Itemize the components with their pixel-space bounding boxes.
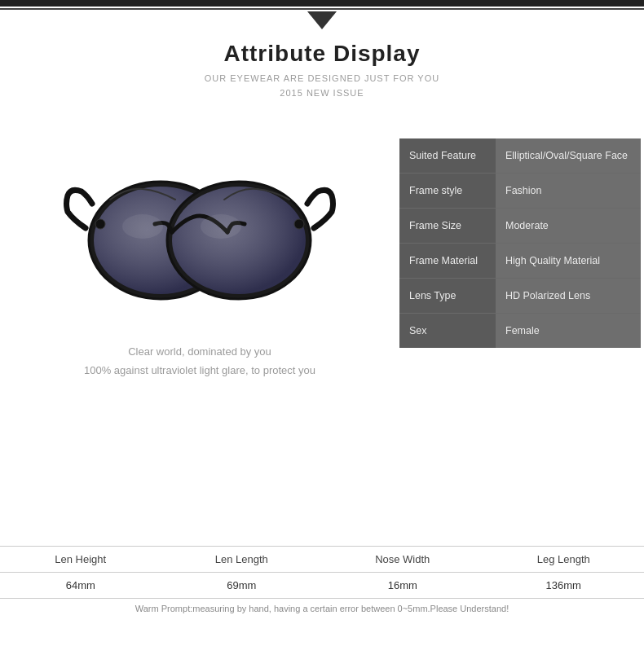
svg-point-4 (95, 219, 105, 229)
measurements-section: Len Height Len Length Nose Width Leg Len… (0, 546, 644, 613)
attr-label: Frame Size (399, 209, 496, 244)
page-title: Attribute Display (0, 41, 644, 67)
measurements-values: 64mm 69mm 16mm 136mm (0, 573, 644, 599)
attr-label: Frame Material (399, 244, 496, 279)
value-len-length: 69mm (161, 579, 323, 591)
table-row: Frame SizeModerate (399, 209, 641, 244)
sunglasses-image (61, 147, 338, 326)
subtitle-line2: 2015 NEW ISSUE (280, 88, 364, 98)
caption-line1: Clear world, dominated by you (84, 342, 315, 361)
header-len-height: Len Height (0, 553, 161, 565)
value-leg-length: 136mm (483, 579, 645, 591)
attr-label: Frame style (399, 174, 496, 209)
header-len-length: Len Length (161, 553, 323, 565)
main-content: Clear world, dominated by you 100% again… (0, 138, 644, 380)
measurements-header: Len Height Len Length Nose Width Leg Len… (0, 546, 644, 573)
svg-point-6 (122, 214, 163, 239)
header-subtitle: OUR EYEWEAR ARE DESIGNED JUST FOR YOU 20… (0, 72, 644, 100)
subtitle-line1: OUR EYEWEAR ARE DESIGNED JUST FOR YOU (205, 73, 439, 83)
attributes-section: Suited FeatureElliptical/Oval/Square Fac… (399, 138, 641, 348)
table-row: Suited FeatureElliptical/Oval/Square Fac… (399, 138, 641, 174)
image-caption: Clear world, dominated by you 100% again… (84, 342, 315, 380)
svg-point-3 (172, 187, 306, 294)
svg-point-7 (201, 214, 241, 239)
attr-label: Suited Feature (399, 138, 496, 174)
attr-value: HD Polarized Lens (496, 279, 641, 314)
attr-label: Lens Type (399, 279, 496, 314)
table-row: SexFemale (399, 314, 641, 349)
warm-prompt: Warm Prompt:measuring by hand, having a … (0, 604, 644, 613)
attr-value: High Quality Material (496, 244, 641, 279)
top-border (0, 0, 644, 7)
arrow-icon (307, 11, 337, 29)
attr-label: Sex (399, 314, 496, 349)
attr-value: Elliptical/Oval/Square Face (496, 138, 641, 174)
attr-value: Female (496, 314, 641, 349)
value-len-height: 64mm (0, 579, 161, 591)
value-nose-width: 16mm (322, 579, 483, 591)
caption-line2: 100% against ultraviolet light glare, to… (84, 361, 315, 380)
attributes-table: Suited FeatureElliptical/Oval/Square Fac… (399, 138, 641, 348)
table-row: Lens TypeHD Polarized Lens (399, 279, 641, 314)
header-section: Attribute Display OUR EYEWEAR ARE DESIGN… (0, 41, 644, 100)
svg-point-5 (294, 219, 304, 229)
attr-value: Moderate (496, 209, 641, 244)
header-nose-width: Nose Width (322, 553, 483, 565)
attr-value: Fashion (496, 174, 641, 209)
header-leg-length: Leg Length (483, 553, 645, 565)
table-row: Frame MaterialHigh Quality Material (399, 244, 641, 279)
image-section: Clear world, dominated by you 100% again… (0, 138, 399, 380)
table-row: Frame styleFashion (399, 174, 641, 209)
top-border-thin (0, 8, 644, 10)
